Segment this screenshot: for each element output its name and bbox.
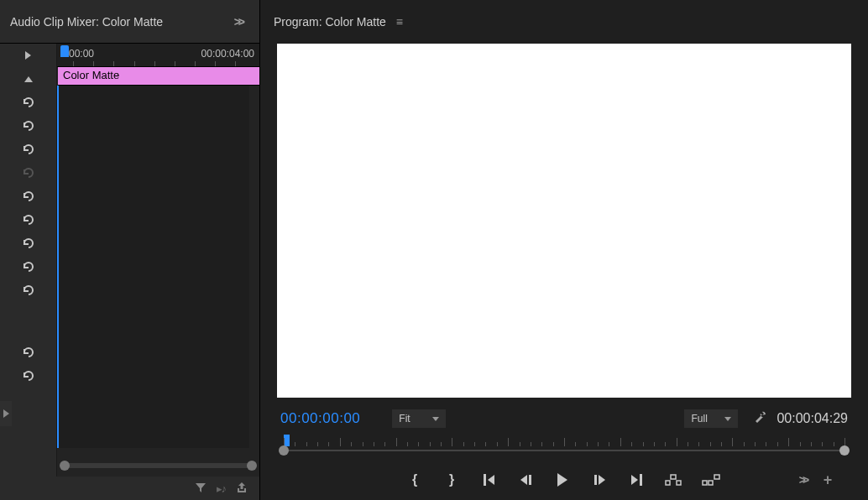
- ruler-ticks: [57, 60, 259, 66]
- chevron-down-icon: [432, 417, 439, 421]
- track-bypass-3[interactable]: [0, 138, 56, 161]
- track-bypass-2[interactable]: [0, 114, 56, 138]
- step-back-button[interactable]: [517, 471, 534, 488]
- play-button[interactable]: [554, 471, 571, 488]
- ruler-start-label: 00:00: [69, 48, 94, 60]
- bypass-icon: [21, 96, 36, 108]
- svg-rect-5: [714, 475, 719, 479]
- track-body[interactable]: [57, 86, 249, 448]
- expand-tab[interactable]: [0, 401, 12, 426]
- scroll-knob-right[interactable]: [247, 461, 257, 471]
- program-monitor-panel: Program: Color Matte ≡ 00:00:00:00 Fit F…: [260, 0, 868, 500]
- write-keyframes-icon[interactable]: ▸♪: [217, 482, 227, 495]
- track-bypass-11[interactable]: [0, 364, 56, 388]
- zoom-dropdown[interactable]: Fit: [392, 409, 446, 428]
- mark-out-button[interactable]: }: [443, 471, 460, 488]
- svg-rect-0: [666, 481, 670, 485]
- svg-rect-3: [703, 481, 707, 485]
- clip-label: Color Matte: [63, 69, 119, 81]
- svg-rect-4: [709, 481, 713, 485]
- filter-icon[interactable]: [195, 482, 207, 496]
- chevron-up-icon: [24, 76, 33, 82]
- track-bypass-10[interactable]: [0, 341, 56, 364]
- audio-mixer-title: Audio Clip Mixer: Color Matte: [10, 15, 163, 29]
- bypass-icon: [21, 237, 36, 249]
- bypass-icon: [21, 370, 36, 382]
- mini-scrollbar[interactable]: [62, 463, 254, 468]
- play-icon: [557, 473, 567, 487]
- track-bypass-7[interactable]: [0, 232, 56, 255]
- export-frame-button[interactable]: +: [819, 471, 836, 488]
- scroll-knob-left[interactable]: [60, 461, 70, 471]
- svg-rect-1: [677, 481, 681, 485]
- quality-dropdown[interactable]: Full: [684, 409, 738, 428]
- track-bypass-9[interactable]: [0, 279, 56, 302]
- audio-mixer-body: 00:00 00:00:04:00 Color Matte: [0, 44, 259, 477]
- bypass-icon: [21, 167, 36, 179]
- panel-more-icon[interactable]: >>: [234, 15, 243, 29]
- audio-mixer-header: Audio Clip Mixer: Color Matte >>: [0, 0, 259, 44]
- transport-controls: { } >> +: [277, 465, 851, 500]
- collapse-toggle[interactable]: [0, 67, 56, 91]
- lift-button[interactable]: [665, 471, 682, 488]
- bypass-icon: [21, 143, 36, 155]
- program-title: Program: Color Matte: [274, 15, 386, 29]
- extract-button[interactable]: [702, 471, 722, 488]
- bypass-icon: [21, 190, 36, 202]
- scrub-track: [284, 450, 844, 451]
- mixer-timeline: 00:00 00:00:04:00 Color Matte: [57, 44, 259, 477]
- playhead-icon[interactable]: [60, 45, 69, 57]
- bypass-icon: [21, 214, 36, 226]
- export-icon[interactable]: [236, 482, 248, 496]
- quality-label: Full: [691, 413, 707, 424]
- panel-menu-icon[interactable]: ≡: [396, 15, 403, 29]
- settings-wrench-icon[interactable]: [753, 410, 768, 428]
- ruler-end-label: 00:00:04:00: [201, 48, 254, 60]
- clip-color-matte[interactable]: Color Matte: [58, 67, 259, 86]
- scrub-bar[interactable]: [277, 433, 851, 465]
- scrub-knob-left[interactable]: [279, 445, 289, 456]
- video-monitor[interactable]: [277, 44, 851, 398]
- play-icon: [25, 51, 31, 60]
- track-bypass-4: [0, 161, 56, 185]
- go-to-out-button[interactable]: [628, 471, 645, 488]
- step-forward-button[interactable]: [591, 471, 608, 488]
- bypass-icon: [21, 120, 36, 132]
- chevron-right-icon: [3, 409, 9, 418]
- play-toggle[interactable]: [0, 44, 56, 67]
- track-bypass-1[interactable]: [0, 91, 56, 114]
- chevron-down-icon: [724, 417, 731, 421]
- mark-in-button[interactable]: {: [406, 471, 423, 488]
- audio-clip-mixer-panel: Audio Clip Mixer: Color Matte >> 00:00 0…: [0, 0, 260, 500]
- mixer-footer-tools: ▸♪: [0, 477, 259, 500]
- timecode-duration: 00:00:04:29: [776, 411, 848, 426]
- program-header: Program: Color Matte ≡: [260, 0, 868, 44]
- svg-rect-2: [671, 475, 676, 479]
- track-bypass-5[interactable]: [0, 185, 56, 208]
- monitor-area: 00:00:00:00 Fit Full 00:00:04:29: [260, 44, 868, 500]
- button-editor-more-icon[interactable]: >>: [794, 471, 811, 488]
- scrub-knob-right[interactable]: [839, 445, 850, 456]
- bypass-icon: [21, 261, 36, 273]
- zoom-label: Fit: [399, 413, 410, 424]
- track-bypass-8[interactable]: [0, 255, 56, 279]
- bypass-icon: [21, 346, 36, 358]
- bypass-icon: [21, 284, 36, 296]
- go-to-in-button[interactable]: [480, 471, 497, 488]
- monitor-info-row: 00:00:00:00 Fit Full 00:00:04:29: [277, 404, 851, 433]
- track-bypass-6[interactable]: [0, 208, 56, 232]
- timecode-current[interactable]: 00:00:00:00: [280, 410, 360, 427]
- scrub-ticks: [284, 438, 844, 448]
- time-ruler[interactable]: 00:00 00:00:04:00: [57, 44, 259, 67]
